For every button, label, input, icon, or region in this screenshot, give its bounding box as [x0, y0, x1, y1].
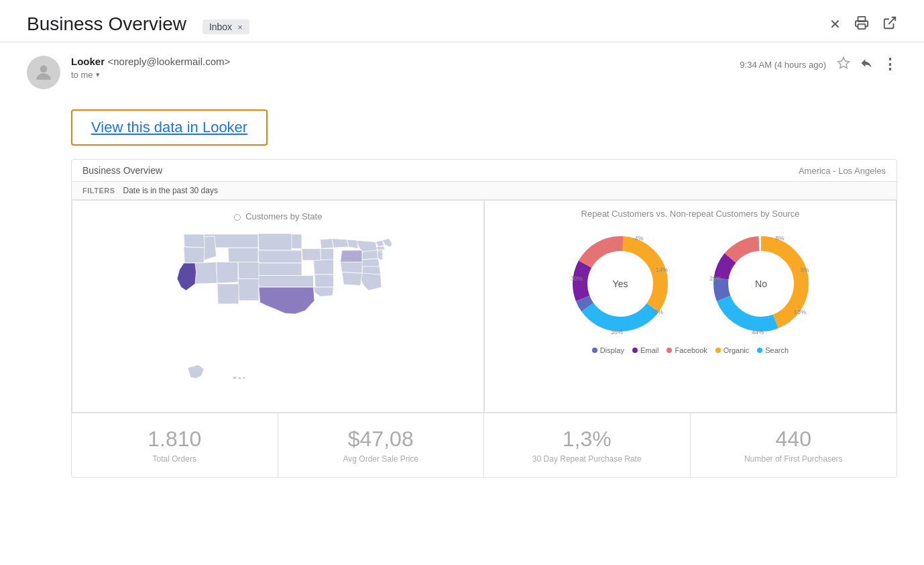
donut-charts-row: Yes 4% 14% 18% 35% 30% [496, 227, 885, 341]
filters-label: FILTERS [82, 187, 115, 195]
to-label: to me [71, 70, 93, 80]
svg-text:No: No [755, 278, 767, 289]
dashboard-title: Business Overview [82, 165, 162, 176]
external-link-icon[interactable] [882, 15, 897, 34]
sender-name: Looker [71, 56, 105, 67]
stat-cell: 1,3% 30 Day Repeat Purchase Rate [484, 413, 691, 477]
donut-panel-title: Repeat Customers vs. Non-repeat Customer… [496, 209, 885, 219]
yes-donut: Yes 4% 14% 18% 35% 30% [563, 227, 677, 341]
view-link-container: View this data in Looker [71, 109, 897, 146]
svg-text:Yes: Yes [612, 278, 628, 289]
svg-text:25%: 25% [709, 275, 721, 282]
svg-text:13%: 13% [793, 309, 805, 315]
email-title: Business Overview Inbox × [27, 13, 829, 35]
svg-marker-4 [838, 57, 850, 68]
stat-cell: 440 Number of First Purchasers [691, 413, 897, 477]
map-container [83, 227, 473, 401]
dashboard-embed: Business Overview America - Los Angeles … [71, 159, 897, 478]
stat-cell: $47,08 Avg Order Sale Price [278, 413, 485, 477]
email-header: Business Overview Inbox × ✕ [0, 0, 924, 42]
inbox-close-icon[interactable]: × [237, 22, 243, 32]
more-icon[interactable]: ⋮ [882, 56, 897, 73]
time-area: 9:34 AM (4 hours ago) ⋮ [740, 56, 897, 73]
us-map [111, 220, 446, 408]
svg-rect-1 [858, 23, 866, 28]
svg-text:8%: 8% [775, 235, 784, 242]
stat-label: 30 Day Repeat Purchase Rate [498, 454, 677, 464]
collapse-icon[interactable]: ✕ [829, 16, 841, 32]
inbox-label: Inbox [209, 21, 232, 32]
header-icons: ✕ [829, 15, 897, 34]
no-donut: No 8% 9% 13% 44% 25% [704, 227, 818, 341]
svg-point-6 [238, 377, 241, 380]
state-california [177, 263, 196, 291]
yes-donut-wrap: Yes 4% 14% 18% 35% 30% [563, 227, 677, 341]
email-body: View this data in Looker Business Overvi… [0, 96, 924, 491]
stat-value: $47,08 [292, 427, 471, 452]
legend-item: Display [592, 346, 624, 354]
svg-text:18%: 18% [650, 309, 662, 315]
donut-panel: Repeat Customers vs. Non-repeat Customer… [484, 200, 897, 413]
print-icon[interactable] [854, 15, 869, 34]
svg-point-5 [233, 376, 237, 379]
svg-text:44%: 44% [751, 329, 763, 336]
stat-value: 1.810 [85, 427, 264, 452]
stat-label: Number of First Purchasers [704, 454, 884, 464]
filter-value: Date is in the past 30 days [123, 186, 218, 195]
title-text: Business Overview [27, 13, 186, 34]
svg-text:14%: 14% [655, 266, 667, 273]
stats-row: 1.810 Total Orders $47,08 Avg Order Sale… [72, 413, 897, 477]
legend-item: Organic [715, 346, 750, 354]
stat-label: Avg Order Sale Price [292, 454, 471, 464]
svg-text:9%: 9% [800, 266, 809, 273]
dashboard-timezone: America - Los Angeles [799, 166, 886, 176]
stat-label: Total Orders [85, 454, 264, 464]
reply-icon[interactable] [860, 56, 873, 73]
sender-email: <noreply@lookermail.com> [107, 56, 230, 67]
star-icon[interactable] [837, 56, 850, 73]
svg-text:35%: 35% [610, 329, 622, 336]
stat-value: 1,3% [498, 427, 677, 452]
dashboard-grid: Customers by State [72, 200, 897, 413]
sender-to: to me ▾ [71, 70, 729, 80]
svg-point-3 [40, 65, 48, 72]
svg-line-2 [888, 17, 895, 23]
avatar [27, 56, 60, 89]
sender-row: Looker <noreply@lookermail.com> to me ▾ … [0, 42, 924, 96]
dash-filters: FILTERS Date is in the past 30 days [72, 182, 897, 200]
legend-item: Facebook [667, 346, 707, 354]
action-icons: ⋮ [837, 56, 897, 73]
inbox-badge[interactable]: Inbox × [203, 19, 249, 34]
donut-legend: DisplayEmailFacebookOrganicSearch [496, 346, 885, 354]
dropdown-arrow-icon[interactable]: ▾ [96, 70, 100, 79]
map-panel: Customers by State [72, 200, 484, 413]
state-texas [259, 287, 314, 314]
stat-value: 440 [704, 427, 884, 452]
view-in-looker-link[interactable]: View this data in Looker [71, 109, 268, 146]
legend-item: Search [757, 346, 789, 354]
svg-text:30%: 30% [570, 275, 582, 282]
stat-cell: 1.810 Total Orders [72, 413, 278, 477]
sender-info: Looker <noreply@lookermail.com> to me ▾ [71, 56, 729, 80]
email-time: 9:34 AM (4 hours ago) [740, 60, 826, 70]
svg-point-7 [242, 377, 245, 379]
legend-item: Email [632, 346, 659, 354]
dash-header: Business Overview America - Los Angeles [72, 160, 897, 182]
svg-text:4%: 4% [634, 235, 643, 242]
no-donut-wrap: No 8% 9% 13% 44% 25% [704, 227, 818, 341]
